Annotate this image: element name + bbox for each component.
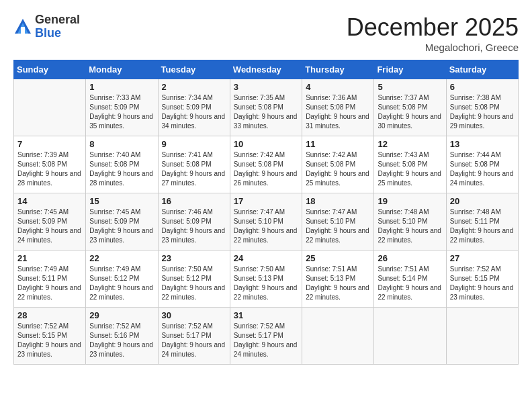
day-info: Sunrise: 7:44 AMSunset: 5:08 PMDaylight:…	[450, 150, 515, 188]
day-number: 13	[450, 139, 515, 149]
day-info: Sunrise: 7:34 AMSunset: 5:09 PMDaylight:…	[162, 93, 226, 131]
day-info: Sunrise: 7:52 AMSunset: 5:17 PMDaylight:…	[234, 322, 298, 359]
logo-text: General Blue	[35, 13, 80, 40]
day-info: Sunrise: 7:33 AMSunset: 5:09 PMDaylight:…	[89, 93, 154, 131]
calendar-cell: 9Sunrise: 7:41 AMSunset: 5:08 PMDaylight…	[158, 136, 230, 193]
day-number: 7	[17, 139, 82, 149]
day-number: 16	[162, 196, 226, 206]
page-header: General Blue December 2025 Megalochori, …	[13, 13, 519, 53]
day-info: Sunrise: 7:42 AMSunset: 5:08 PMDaylight:…	[234, 150, 298, 188]
day-info: Sunrise: 7:45 AMSunset: 5:09 PMDaylight:…	[89, 208, 154, 245]
header-saturday: Saturday	[446, 60, 518, 79]
calendar-cell: 12Sunrise: 7:43 AMSunset: 5:08 PMDayligh…	[374, 136, 446, 193]
calendar-cell: 15Sunrise: 7:45 AMSunset: 5:09 PMDayligh…	[86, 193, 158, 250]
day-number: 31	[234, 310, 298, 320]
header-monday: Monday	[86, 60, 158, 79]
day-info: Sunrise: 7:47 AMSunset: 5:10 PMDaylight:…	[234, 208, 298, 245]
day-number: 3	[234, 82, 298, 92]
day-info: Sunrise: 7:50 AMSunset: 5:13 PMDaylight:…	[234, 265, 298, 302]
header-tuesday: Tuesday	[158, 60, 230, 79]
day-info: Sunrise: 7:37 AMSunset: 5:08 PMDaylight:…	[378, 93, 442, 131]
day-info: Sunrise: 7:52 AMSunset: 5:16 PMDaylight:…	[89, 322, 154, 359]
calendar-cell: 13Sunrise: 7:44 AMSunset: 5:08 PMDayligh…	[446, 136, 518, 193]
calendar-cell: 3Sunrise: 7:35 AMSunset: 5:08 PMDaylight…	[230, 79, 302, 136]
calendar-cell: 16Sunrise: 7:46 AMSunset: 5:09 PMDayligh…	[158, 193, 230, 250]
calendar-cell: 24Sunrise: 7:50 AMSunset: 5:13 PMDayligh…	[230, 250, 302, 308]
day-number: 22	[89, 253, 154, 263]
day-number: 26	[378, 253, 442, 263]
day-info: Sunrise: 7:39 AMSunset: 5:08 PMDaylight:…	[17, 150, 82, 188]
day-info: Sunrise: 7:49 AMSunset: 5:11 PMDaylight:…	[17, 265, 82, 302]
day-info: Sunrise: 7:48 AMSunset: 5:11 PMDaylight:…	[450, 208, 515, 245]
calendar-week-5: 28Sunrise: 7:52 AMSunset: 5:15 PMDayligh…	[14, 308, 519, 365]
calendar-cell: 4Sunrise: 7:36 AMSunset: 5:08 PMDaylight…	[302, 79, 374, 136]
day-info: Sunrise: 7:46 AMSunset: 5:09 PMDaylight:…	[162, 208, 226, 245]
day-number: 14	[17, 196, 82, 206]
calendar-cell: 20Sunrise: 7:48 AMSunset: 5:11 PMDayligh…	[446, 193, 518, 250]
calendar-cell	[14, 79, 86, 136]
day-number: 21	[17, 253, 82, 263]
logo-icon	[13, 17, 32, 36]
calendar-cell: 5Sunrise: 7:37 AMSunset: 5:08 PMDaylight…	[374, 79, 446, 136]
logo-general: General	[35, 13, 80, 27]
day-info: Sunrise: 7:43 AMSunset: 5:08 PMDaylight:…	[378, 150, 442, 188]
calendar-week-4: 21Sunrise: 7:49 AMSunset: 5:11 PMDayligh…	[14, 250, 519, 308]
day-number: 15	[89, 196, 154, 206]
day-info: Sunrise: 7:51 AMSunset: 5:13 PMDaylight:…	[306, 265, 370, 302]
day-number: 29	[89, 310, 154, 320]
header-wednesday: Wednesday	[230, 60, 302, 79]
day-number: 1	[89, 82, 154, 92]
calendar-cell	[374, 308, 446, 365]
calendar-cell: 29Sunrise: 7:52 AMSunset: 5:16 PMDayligh…	[86, 308, 158, 365]
header-sunday: Sunday	[14, 60, 86, 79]
day-number: 20	[450, 196, 515, 206]
logo: General Blue	[13, 13, 80, 40]
calendar-week-2: 7Sunrise: 7:39 AMSunset: 5:08 PMDaylight…	[14, 136, 519, 193]
day-info: Sunrise: 7:52 AMSunset: 5:15 PMDaylight:…	[450, 265, 515, 302]
calendar-cell	[302, 308, 374, 365]
weekday-header-row: Sunday Monday Tuesday Wednesday Thursday…	[14, 60, 519, 79]
location-subtitle: Megalochori, Greece	[347, 42, 519, 53]
day-info: Sunrise: 7:36 AMSunset: 5:08 PMDaylight:…	[306, 93, 370, 131]
calendar-cell: 30Sunrise: 7:52 AMSunset: 5:17 PMDayligh…	[158, 308, 230, 365]
day-number: 19	[378, 196, 442, 206]
day-number: 11	[306, 139, 370, 149]
day-number: 10	[234, 139, 298, 149]
calendar-week-1: 1Sunrise: 7:33 AMSunset: 5:09 PMDaylight…	[14, 79, 519, 136]
day-info: Sunrise: 7:50 AMSunset: 5:12 PMDaylight:…	[162, 265, 226, 302]
day-number: 12	[378, 139, 442, 149]
calendar-cell: 26Sunrise: 7:51 AMSunset: 5:14 PMDayligh…	[374, 250, 446, 308]
title-area: December 2025 Megalochori, Greece	[347, 13, 519, 53]
calendar-cell: 21Sunrise: 7:49 AMSunset: 5:11 PMDayligh…	[14, 250, 86, 308]
calendar-cell: 17Sunrise: 7:47 AMSunset: 5:10 PMDayligh…	[230, 193, 302, 250]
day-info: Sunrise: 7:49 AMSunset: 5:12 PMDaylight:…	[89, 265, 154, 302]
calendar-cell: 1Sunrise: 7:33 AMSunset: 5:09 PMDaylight…	[86, 79, 158, 136]
day-info: Sunrise: 7:51 AMSunset: 5:14 PMDaylight:…	[378, 265, 442, 302]
day-info: Sunrise: 7:47 AMSunset: 5:10 PMDaylight:…	[306, 208, 370, 245]
day-number: 9	[162, 139, 226, 149]
month-title: December 2025	[347, 13, 519, 42]
calendar-cell: 27Sunrise: 7:52 AMSunset: 5:15 PMDayligh…	[446, 250, 518, 308]
day-number: 27	[450, 253, 515, 263]
calendar-cell: 28Sunrise: 7:52 AMSunset: 5:15 PMDayligh…	[14, 308, 86, 365]
calendar-table: Sunday Monday Tuesday Wednesday Thursday…	[13, 60, 519, 365]
calendar-cell: 18Sunrise: 7:47 AMSunset: 5:10 PMDayligh…	[302, 193, 374, 250]
day-info: Sunrise: 7:52 AMSunset: 5:15 PMDaylight:…	[17, 322, 82, 359]
header-friday: Friday	[374, 60, 446, 79]
day-number: 18	[306, 196, 370, 206]
day-info: Sunrise: 7:52 AMSunset: 5:17 PMDaylight:…	[162, 322, 226, 359]
calendar-cell: 25Sunrise: 7:51 AMSunset: 5:13 PMDayligh…	[302, 250, 374, 308]
calendar-cell: 2Sunrise: 7:34 AMSunset: 5:09 PMDaylight…	[158, 79, 230, 136]
calendar-cell: 22Sunrise: 7:49 AMSunset: 5:12 PMDayligh…	[86, 250, 158, 308]
day-number: 17	[234, 196, 298, 206]
calendar-cell: 19Sunrise: 7:48 AMSunset: 5:10 PMDayligh…	[374, 193, 446, 250]
svg-rect-2	[21, 27, 25, 34]
day-info: Sunrise: 7:48 AMSunset: 5:10 PMDaylight:…	[378, 208, 442, 245]
day-info: Sunrise: 7:42 AMSunset: 5:08 PMDaylight:…	[306, 150, 370, 188]
calendar-cell	[446, 308, 518, 365]
calendar-cell: 7Sunrise: 7:39 AMSunset: 5:08 PMDaylight…	[14, 136, 86, 193]
calendar-cell: 6Sunrise: 7:38 AMSunset: 5:08 PMDaylight…	[446, 79, 518, 136]
calendar-cell: 8Sunrise: 7:40 AMSunset: 5:08 PMDaylight…	[86, 136, 158, 193]
day-number: 4	[306, 82, 370, 92]
day-number: 6	[450, 82, 515, 92]
